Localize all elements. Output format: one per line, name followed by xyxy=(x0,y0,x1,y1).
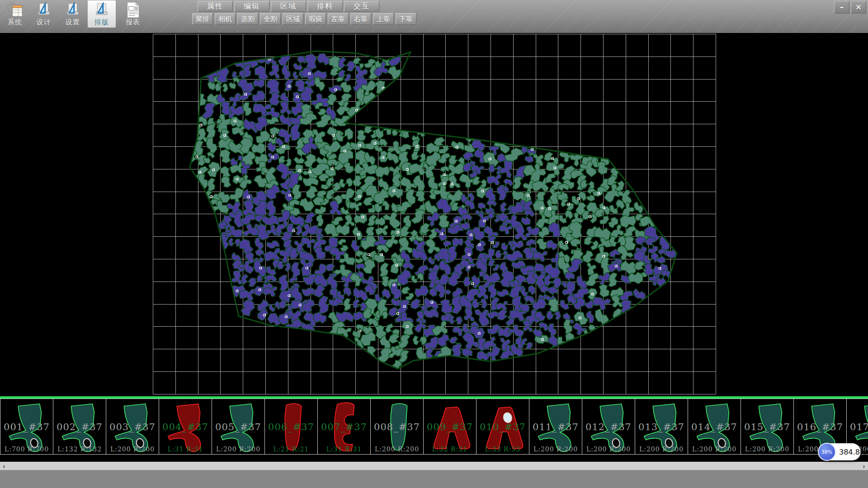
app-window: 系统设计设置排版报表 属性编辑区域排料交互 聚排相机选割全割区域瑕疵左靠右靠上靠… xyxy=(0,0,868,488)
piece-shape xyxy=(212,399,265,455)
piece-thumbnail-015_#37[interactable]: 015_#37L:200 R:200 xyxy=(741,399,794,455)
menu-bar: 属性编辑区域排料交互 xyxy=(198,1,381,12)
piece-shape xyxy=(53,399,107,455)
toolbar-button-3[interactable]: 设置 xyxy=(59,0,87,28)
piece-shape xyxy=(0,399,54,455)
menu-button-menu_row1-3[interactable]: 区域 xyxy=(271,1,306,12)
toolbar-button-1[interactable]: 系统 xyxy=(1,0,29,28)
status-bar xyxy=(0,470,868,488)
piece-shape xyxy=(424,399,477,455)
strip-scrollbar[interactable]: ‹ › xyxy=(0,462,868,470)
scroll-left-arrow[interactable]: ‹ xyxy=(0,462,8,470)
piece-shape xyxy=(741,399,794,455)
toolbar-button-label: 设计 xyxy=(37,18,51,27)
piece-thumbnail-005_#37[interactable]: 005_#37L:200 R:200 xyxy=(212,399,265,455)
close-button[interactable]: ✕ xyxy=(851,1,866,14)
piece-thumbnail-002_#37[interactable]: 002_#37L:132 R:132 xyxy=(53,399,106,455)
piece-thumbnail-004_#37[interactable]: 004_#37L:31 R:31 xyxy=(159,399,212,455)
menu-button-menu_row2-2[interactable]: 相机 xyxy=(215,13,236,25)
menu-button-menu_row2-4[interactable]: 全割 xyxy=(260,13,281,25)
piece-thumbnail-008_#37[interactable]: 008_#37L:200 R:200 xyxy=(370,399,424,455)
piece-thumbnail-014_#37[interactable]: 014_#37L:200 R:200 xyxy=(688,399,741,455)
toolbar-button-label: 报表 xyxy=(126,18,140,27)
menu-button-menu_row1-1[interactable]: 属性 xyxy=(198,1,233,12)
piece-shape xyxy=(106,399,160,455)
piece-shape xyxy=(371,399,424,455)
menu-button-menu_row2-3[interactable]: 选割 xyxy=(237,13,258,25)
progress-percent: 38% xyxy=(821,449,832,455)
ruler-laptop-icon xyxy=(64,1,81,18)
memory-value: 384.8M xyxy=(839,448,866,456)
toolbar-button-4[interactable]: 排版 xyxy=(88,0,116,28)
toolbar-button-5[interactable]: 报表 xyxy=(119,0,147,28)
menu-button-menu_row1-5[interactable]: 交互 xyxy=(344,1,379,12)
toolbar-button-2[interactable]: 设计 xyxy=(30,0,58,28)
menu-button-menu_row2-5[interactable]: 区域 xyxy=(283,13,303,25)
piece-shape xyxy=(529,399,583,455)
menu-button-menu_row1-2[interactable]: 编辑 xyxy=(234,1,269,12)
piece-thumbnail-012_#37[interactable]: 012_#37L:200 R:200 xyxy=(582,399,635,455)
gear-table-icon xyxy=(6,1,24,18)
window-controls: – ✕ xyxy=(833,1,866,14)
piece-thumbnail-006_#37[interactable]: 006_#37L:21 R:21 xyxy=(264,399,318,455)
menu-button-menu_row2-8[interactable]: 右靠 xyxy=(350,13,371,25)
toolbar-main-buttons: 系统设计设置排版报表 xyxy=(1,0,148,28)
menu-button-menu_row1-4[interactable]: 排料 xyxy=(307,1,343,12)
toolbar-button-label: 系统 xyxy=(8,18,22,27)
piece-thumbnail-001_#37[interactable]: 001_#37L:700 R:700 xyxy=(0,399,53,455)
minimize-button[interactable]: – xyxy=(834,1,849,14)
piece-shape xyxy=(582,399,636,455)
piece-shape xyxy=(318,399,371,455)
progress-circle: 38% xyxy=(818,443,836,461)
piece-shape xyxy=(265,399,318,455)
report-doc-icon xyxy=(124,1,142,18)
piece-thumbnail-011_#37[interactable]: 011_#37L:200 R:200 xyxy=(529,399,582,455)
scroll-right-arrow[interactable]: › xyxy=(860,462,868,470)
piece-shape xyxy=(688,399,741,455)
piece-thumbnail-009_#37[interactable]: 009_#37L:32 R:31 xyxy=(423,399,476,455)
piece-shape xyxy=(159,399,212,455)
menu-button-menu_row2-1[interactable]: 聚排 xyxy=(192,13,213,25)
tool-button-bar: 聚排相机选割全割区域瑕疵左靠右靠上靠下靠 xyxy=(192,13,418,25)
main-toolbar: 系统设计设置排版报表 属性编辑区域排料交互 聚排相机选割全割区域瑕疵左靠右靠上靠… xyxy=(0,0,868,33)
memory-usage-pill: 38% 384.8M xyxy=(819,443,861,460)
menu-button-menu_row2-10[interactable]: 下靠 xyxy=(396,13,416,25)
menu-button-menu_row2-9[interactable]: 上靠 xyxy=(373,13,394,25)
piece-thumbnail-013_#37[interactable]: 013_#37L:200 R:200 xyxy=(635,399,688,455)
piece-thumbnail-003_#37[interactable]: 003_#37L:200 R:200 xyxy=(106,399,159,455)
nesting-canvas[interactable] xyxy=(0,33,868,396)
toolbar-button-label: 设置 xyxy=(66,18,80,27)
pieces-thumbnail-strip: 001_#37L:700 R:700002_#37L:132 R:132003_… xyxy=(0,399,868,455)
piece-shape xyxy=(635,399,689,455)
piece-thumbnail-010_#37[interactable]: 010_#37L:33 R:33 xyxy=(476,399,529,455)
menu-button-menu_row2-6[interactable]: 瑕疵 xyxy=(305,13,326,25)
ruler-laptop-icon xyxy=(35,1,52,18)
toolbar-button-label: 排版 xyxy=(94,18,109,27)
ruler-laptop-icon xyxy=(93,1,110,18)
piece-shape xyxy=(476,399,530,455)
menu-button-menu_row2-7[interactable]: 左靠 xyxy=(328,13,349,25)
piece-thumbnail-007_#37[interactable]: 007_#37L:31 R:31 xyxy=(317,399,371,455)
